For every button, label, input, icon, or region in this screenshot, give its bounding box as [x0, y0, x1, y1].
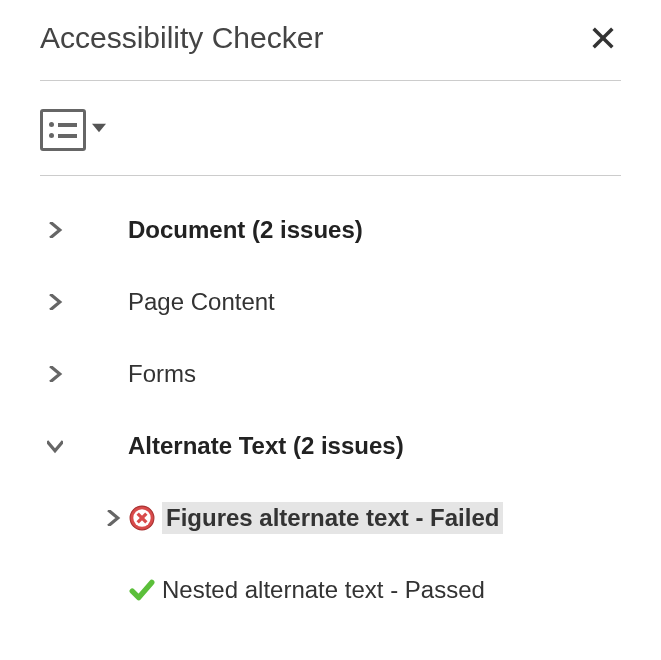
tree-item-label: Page Content: [128, 288, 275, 316]
tree-item-figures-alt-text[interactable]: Figures alternate text - Failed: [40, 482, 621, 554]
panel-title: Accessibility Checker: [40, 21, 323, 55]
tree-item-label: Alternate Text (2 issues): [128, 432, 404, 460]
panel-header: Accessibility Checker: [40, 20, 621, 56]
dropdown-caret-icon: [92, 121, 106, 139]
toolbar: [40, 81, 621, 175]
svg-marker-2: [92, 124, 106, 132]
results-tree: Document (2 issues) Page Content Forms A…: [40, 176, 621, 626]
chevron-right-icon: [98, 510, 128, 526]
tree-item-label: Nested alternate text - Passed: [162, 576, 485, 604]
tree-item-nested-alt-text[interactable]: Nested alternate text - Passed: [40, 554, 621, 626]
tree-item-label: Figures alternate text - Failed: [162, 502, 503, 534]
chevron-down-icon: [40, 438, 70, 454]
tree-item-label: Forms: [128, 360, 196, 388]
chevron-right-icon: [40, 366, 70, 382]
chevron-right-icon: [40, 294, 70, 310]
options-button[interactable]: [40, 109, 106, 151]
tree-item-page-content[interactable]: Page Content: [40, 266, 621, 338]
error-icon: [128, 504, 156, 532]
close-icon: [589, 24, 617, 52]
accessibility-checker-panel: Accessibility Checker Documen: [0, 0, 661, 626]
tree-item-document[interactable]: Document (2 issues): [40, 194, 621, 266]
list-icon: [40, 109, 86, 151]
check-icon: [128, 576, 156, 604]
tree-item-forms[interactable]: Forms: [40, 338, 621, 410]
tree-item-alternate-text[interactable]: Alternate Text (2 issues): [40, 410, 621, 482]
close-button[interactable]: [585, 20, 621, 56]
chevron-right-icon: [40, 222, 70, 238]
tree-item-label: Document (2 issues): [128, 216, 363, 244]
